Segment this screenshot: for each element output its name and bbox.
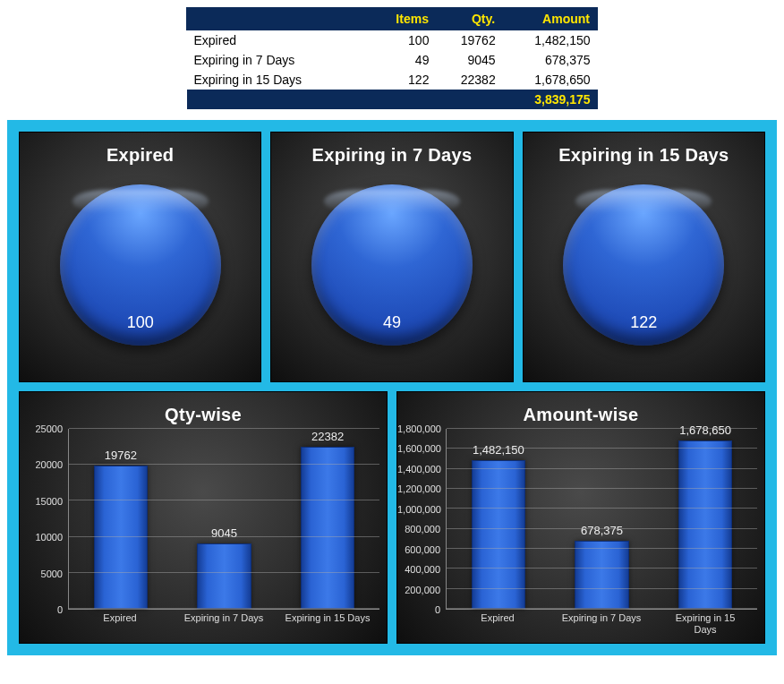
cell-total-amount: 3,839,175	[503, 90, 598, 109]
gridline	[447, 448, 757, 449]
x-axis-labels: ExpiredExpiring in 7 DaysExpiring in 15 …	[68, 610, 379, 637]
bar-rect	[301, 447, 354, 609]
gridline	[447, 508, 757, 509]
x-tick-label: Expired	[446, 610, 550, 637]
y-tick-label: 600,000	[397, 544, 440, 555]
bars: 1,482,150678,3751,678,650	[447, 429, 757, 609]
gridline	[447, 608, 757, 609]
bar-column: 1,678,650	[659, 423, 752, 609]
cell-items: 122	[371, 70, 436, 90]
bar-column: 678,375	[555, 524, 648, 609]
bar-column: 22382	[281, 430, 374, 609]
y-tick-label: 1,200,000	[397, 483, 440, 494]
bar-rect	[472, 460, 525, 609]
gridline	[447, 588, 757, 589]
cell-amount: 1,678,650	[503, 70, 598, 90]
gridline	[69, 572, 379, 573]
table-row: Expiring in 7 Days 49 9045 678,375	[187, 50, 598, 70]
bar-chart-qty: 0500010000150002000025000 19762904522382…	[20, 429, 387, 637]
y-tick-label: 1,000,000	[397, 504, 440, 515]
bar-panel-qty: Qty-wise 0500010000150002000025000 19762…	[19, 391, 388, 644]
cell-blank	[436, 90, 502, 109]
y-tick-label: 5000	[20, 569, 63, 579]
pie-panel-15days: Expiring in 15 Days 122	[523, 132, 765, 382]
pie-value-label: 49	[383, 313, 401, 332]
y-tick-label: 15000	[20, 496, 63, 507]
gridline	[447, 568, 757, 569]
y-tick-label: 0	[397, 604, 440, 615]
pie-chart: 49	[271, 169, 512, 357]
cell-items: 49	[371, 50, 436, 70]
pie-panel-expired: Expired 100	[19, 132, 261, 382]
y-tick-label: 400,000	[397, 564, 440, 575]
col-qty: Qty.	[436, 8, 502, 30]
cell-blank	[187, 90, 372, 109]
panel-title: Expired	[20, 133, 260, 169]
x-tick-label: Expiring in 7 Days	[550, 610, 653, 637]
bar-value-label: 19762	[105, 449, 137, 462]
y-tick-label: 25000	[20, 423, 63, 434]
cell-label: Expiring in 15 Days	[187, 70, 372, 90]
panel-title: Expiring in 7 Days	[271, 133, 512, 169]
x-tick-label: Expiring in 15 Days	[276, 610, 379, 637]
summary-table: Items Qty. Amount Expired 100 19762 1,48…	[186, 7, 598, 109]
y-tick-label: 800,000	[397, 524, 440, 534]
col-items: Items	[371, 8, 436, 30]
table-row: Expired 100 19762 1,482,150	[187, 30, 598, 51]
gridline	[69, 464, 379, 465]
col-blank	[187, 8, 372, 30]
cell-items: 100	[371, 30, 436, 51]
summary-table-grid: Items Qty. Amount Expired 100 19762 1,48…	[186, 7, 598, 109]
pie-chart: 122	[524, 169, 764, 357]
gridline	[447, 428, 757, 429]
col-amount: Amount	[503, 8, 598, 30]
bar-rect	[197, 543, 251, 609]
gridline	[447, 488, 757, 489]
cell-blank	[371, 90, 436, 109]
cell-qty: 9045	[436, 50, 502, 70]
bar-chart-amount: 0200,000400,000600,000800,0001,000,0001,…	[397, 429, 764, 637]
pie-value-label: 122	[630, 313, 657, 332]
y-tick-label: 1,600,000	[397, 443, 440, 454]
bar-value-label: 678,375	[581, 524, 623, 537]
table-header-row: Items Qty. Amount	[187, 8, 598, 30]
x-axis-labels: ExpiredExpiring in 7 DaysExpiring in 15 …	[446, 610, 757, 637]
plot-area: 19762904522382	[68, 429, 379, 610]
y-tick-label: 200,000	[397, 585, 440, 595]
gridline	[69, 608, 379, 609]
gridline	[69, 428, 379, 429]
y-tick-label: 1,800,000	[397, 423, 440, 434]
pie-panel-7days: Expiring in 7 Days 49	[270, 132, 513, 382]
gridline	[447, 528, 757, 529]
plot-area: 1,482,150678,3751,678,650	[446, 429, 757, 610]
bar-value-label: 9045	[211, 526, 237, 540]
bar-value-label: 1,678,650	[679, 423, 731, 437]
cell-qty: 22382	[436, 70, 502, 90]
panel-title: Qty-wise	[20, 392, 387, 429]
bar-value-label: 1,482,150	[473, 443, 524, 457]
pie-value-label: 100	[127, 313, 154, 332]
bar-value-label: 22382	[311, 430, 344, 443]
gridline	[69, 500, 379, 500]
panel-title: Expiring in 15 Days	[524, 133, 764, 169]
bar-panel-amount: Amount-wise 0200,000400,000600,000800,00…	[396, 391, 765, 644]
cell-qty: 19762	[436, 30, 502, 51]
y-tick-label: 0	[20, 604, 63, 615]
cell-amount: 678,375	[503, 50, 598, 70]
y-tick-label: 10000	[20, 532, 63, 543]
pie-chart: 100	[20, 169, 260, 357]
gridline	[447, 548, 757, 549]
x-tick-label: Expired	[68, 610, 172, 637]
table-row: Expiring in 15 Days 122 22382 1,678,650	[187, 70, 598, 90]
bar-rect	[575, 541, 628, 609]
bar-rect	[94, 466, 148, 609]
x-tick-label: Expiring in 7 Days	[172, 610, 276, 637]
y-tick-label: 20000	[20, 459, 63, 470]
gridline	[447, 468, 757, 469]
bar-column: 9045	[177, 526, 270, 609]
table-total-row: 3,839,175	[187, 90, 598, 109]
x-tick-label: Expiring in 15 Days	[653, 610, 757, 637]
y-axis: 0200,000400,000600,000800,0001,000,0001,…	[397, 429, 446, 610]
y-tick-label: 1,400,000	[397, 464, 440, 475]
cell-amount: 1,482,150	[503, 30, 598, 51]
